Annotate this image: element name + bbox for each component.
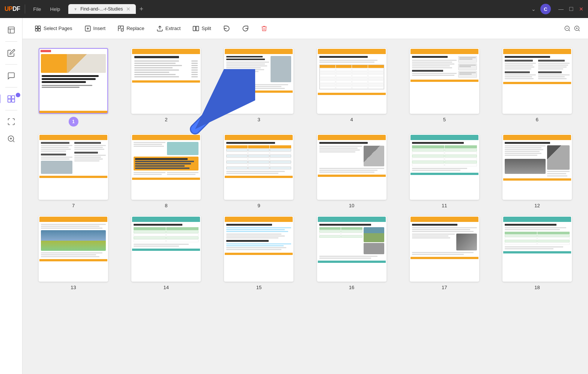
- sidebar-icon-organize[interactable]: [4, 91, 19, 106]
- split-label: Split: [202, 26, 211, 31]
- titlebar-divider: [25, 5, 25, 14]
- select-pages-label: Select Pages: [44, 26, 72, 31]
- page-item-1[interactable]: 1: [30, 48, 117, 127]
- svg-rect-16: [121, 29, 123, 31]
- avatar[interactable]: C: [540, 4, 551, 14]
- sidebar-divider-4: [5, 110, 17, 110]
- sidebar-icon-reader[interactable]: [4, 23, 19, 38]
- page-item-18[interactable]: 18: [494, 216, 580, 290]
- active-tab[interactable]: ▼ Find-and-...-r-Studies ✕: [68, 4, 135, 14]
- tabs-chevron-icon[interactable]: ⌄: [531, 6, 536, 12]
- sidebar-divider-1: [5, 41, 17, 42]
- page-item-15[interactable]: 15: [215, 216, 302, 290]
- toolbar-zoom: [564, 25, 580, 32]
- page-15-num: 15: [256, 285, 262, 290]
- page-1-badge: 1: [69, 117, 78, 127]
- toolbar: Select Pages Insert Replace Extract Spli…: [23, 18, 588, 39]
- svg-line-24: [578, 30, 579, 31]
- page-item-17[interactable]: 17: [401, 216, 488, 290]
- close-button[interactable]: ✕: [579, 6, 583, 12]
- page-item-8[interactable]: 8: [123, 134, 209, 208]
- svg-line-21: [568, 30, 570, 31]
- sidebar-icon-convert[interactable]: [4, 114, 19, 129]
- sidebar: [0, 18, 23, 374]
- insert-button[interactable]: Insert: [80, 23, 110, 34]
- page-item-10[interactable]: 10: [308, 134, 395, 208]
- new-tab-button[interactable]: +: [137, 5, 146, 13]
- page-6-num: 6: [536, 117, 538, 122]
- page-16-num: 16: [349, 285, 354, 290]
- rotate-left-button[interactable]: [219, 23, 235, 34]
- svg-rect-10: [35, 29, 38, 31]
- svg-rect-15: [118, 26, 120, 28]
- page-item-14[interactable]: 14: [123, 216, 209, 290]
- page-7-num: 7: [72, 203, 75, 208]
- page-item-4[interactable]: 4: [308, 48, 395, 127]
- window-controls: — ☐ ✕: [558, 6, 583, 12]
- svg-rect-11: [38, 29, 41, 31]
- menu-help[interactable]: Help: [47, 5, 64, 14]
- svg-rect-6: [11, 99, 14, 102]
- tab-label: Find-and-...-r-Studies: [80, 6, 123, 12]
- tab-close-icon[interactable]: ✕: [126, 6, 131, 12]
- svg-rect-8: [35, 26, 38, 28]
- page-item-7[interactable]: 7: [30, 134, 117, 208]
- page-4-num: 4: [350, 117, 353, 122]
- sidebar-divider-3: [5, 87, 17, 87]
- page-2-num: 2: [165, 117, 167, 122]
- sidebar-divider-2: [5, 64, 17, 65]
- page-grid: 1: [30, 48, 580, 290]
- replace-label: Replace: [126, 26, 144, 31]
- page-item-13[interactable]: 13: [30, 216, 117, 290]
- svg-rect-18: [193, 26, 196, 31]
- page-item-16[interactable]: 16: [308, 216, 395, 290]
- page-item-2[interactable]: 2: [123, 48, 209, 127]
- sidebar-icon-ocr[interactable]: [4, 131, 19, 146]
- page-14-num: 14: [164, 285, 169, 290]
- zoom-out-icon[interactable]: [564, 25, 571, 32]
- page-item-6[interactable]: 6: [494, 48, 580, 127]
- titlebar-tabs: ▼ Find-and-...-r-Studies ✕ +: [68, 4, 527, 14]
- tab-arrow-icon: ▼: [74, 7, 77, 11]
- sidebar-icon-edit[interactable]: [4, 45, 19, 60]
- titlebar-right: ⌄ C — ☐ ✕: [531, 4, 583, 14]
- page-5-num: 5: [443, 117, 446, 122]
- page-13-num: 13: [71, 285, 76, 290]
- page-18-num: 18: [534, 285, 540, 290]
- restore-button[interactable]: ☐: [569, 6, 574, 12]
- svg-rect-4: [11, 96, 14, 99]
- svg-rect-19: [196, 26, 199, 31]
- insert-label: Insert: [93, 26, 106, 31]
- page-3-num: 3: [257, 117, 260, 122]
- page-10-num: 10: [349, 203, 354, 208]
- main-layout: Select Pages Insert Replace Extract Spli…: [0, 18, 588, 374]
- zoom-in-icon[interactable]: [574, 25, 580, 32]
- page-11-num: 11: [442, 203, 447, 208]
- page-8-num: 8: [165, 203, 167, 208]
- minimize-button[interactable]: —: [558, 6, 564, 12]
- sidebar-active-indicator: [16, 93, 20, 97]
- titlebar-menu: File Help: [30, 5, 64, 14]
- extract-label: Extract: [165, 26, 180, 31]
- replace-button[interactable]: Replace: [113, 23, 149, 34]
- menu-file[interactable]: File: [30, 5, 45, 14]
- split-button[interactable]: Split: [188, 23, 215, 34]
- page-item-11[interactable]: 11: [401, 134, 488, 208]
- svg-rect-0: [8, 27, 14, 33]
- page-item-9[interactable]: 9: [215, 134, 302, 208]
- delete-button[interactable]: [256, 23, 272, 34]
- svg-rect-9: [38, 26, 41, 28]
- select-pages-button[interactable]: Select Pages: [30, 23, 77, 34]
- rotate-right-button[interactable]: [238, 23, 253, 34]
- page-item-3[interactable]: 3: [215, 48, 302, 127]
- sidebar-icon-comment[interactable]: [4, 68, 19, 83]
- page-12-num: 12: [534, 203, 540, 208]
- page-17-num: 17: [442, 285, 447, 290]
- page-item-5[interactable]: 5: [401, 48, 488, 127]
- page-9-num: 9: [257, 203, 260, 208]
- svg-rect-5: [8, 99, 11, 102]
- content-area: 1: [23, 39, 588, 374]
- extract-button[interactable]: Extract: [152, 23, 185, 34]
- svg-rect-3: [8, 96, 11, 99]
- page-item-12[interactable]: 12: [494, 134, 580, 208]
